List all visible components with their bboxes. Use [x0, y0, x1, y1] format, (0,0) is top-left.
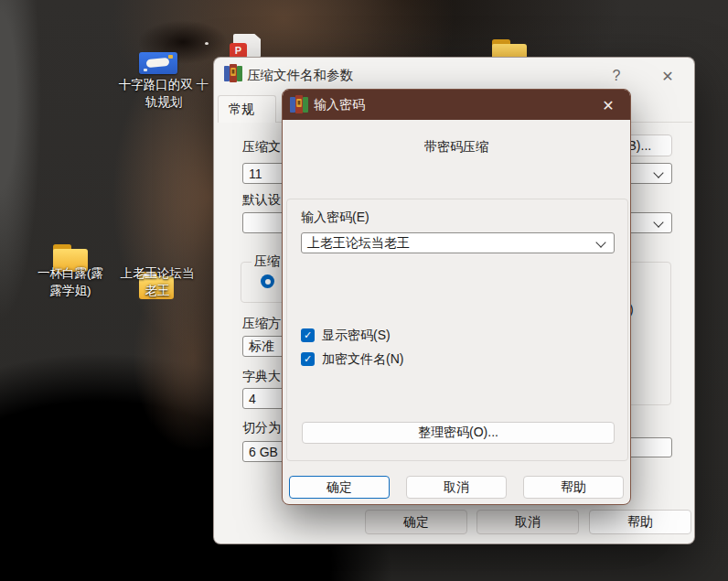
close-icon[interactable]: ✕ [594, 93, 623, 117]
thumbnail-cloud-shape [146, 58, 170, 69]
show-password-label[interactable]: 显示密码(S) [322, 328, 391, 344]
close-icon[interactable]: ✕ [654, 65, 681, 87]
winrar-icon [224, 64, 242, 82]
password-dialog-titlebar: 输入密码 ✕ [283, 90, 630, 120]
chevron-down-icon[interactable] [653, 217, 663, 227]
desktop-wallpaper: 十字路口的双 十 轨规划 P 一杯白露(露 露学姐) 上老王论坛当 老王 [0, 0, 728, 581]
encrypt-filenames-label[interactable]: 加密文件名(N) [322, 351, 403, 368]
desktop-icon-presentation[interactable] [139, 52, 177, 74]
format-radio-selected[interactable] [261, 274, 274, 288]
help-button[interactable]: 帮助 [589, 510, 691, 534]
help-icon[interactable]: ? [605, 65, 628, 87]
password-groupbox: 输入密码(E) 上老王论坛当老王 ✓ 显示密码(S) ✓ 加密文件名(N) 整理… [286, 199, 628, 461]
split-size-value: 6 GB [249, 445, 278, 459]
folder-body-shape [492, 44, 527, 57]
desktop-icon-label: 十字路口的双 十 轨规划 [99, 77, 229, 111]
label-line: 轨规划 [99, 94, 229, 112]
chevron-down-icon[interactable] [653, 167, 663, 178]
password-heading: 带密码压缩 [283, 139, 630, 156]
label-line: 十字路口的双 十 [99, 77, 229, 94]
presentation-thumbnail-icon [139, 52, 177, 74]
wallpaper-eye-glint [205, 42, 209, 45]
thumbnail-dot [168, 55, 173, 59]
groupbox-legend: 压缩 [252, 253, 283, 270]
help-button[interactable]: 帮助 [523, 476, 624, 499]
winrar-icon [290, 95, 308, 113]
organize-passwords-button[interactable]: 整理密码(O)... [302, 422, 615, 444]
password-input[interactable]: 上老王论坛当老王 [301, 232, 615, 253]
method-value: 标准 [249, 339, 274, 355]
default-profile-label: 默认设 [242, 192, 281, 209]
chevron-down-icon[interactable] [595, 237, 605, 247]
dialog-title: 压缩文件名和参数 [247, 67, 353, 84]
desktop-icon-folder-top[interactable] [492, 39, 527, 57]
cancel-button[interactable]: 取消 [406, 476, 507, 499]
split-volumes-label: 切分为 [242, 420, 281, 436]
ok-button[interactable]: 确定 [365, 510, 467, 534]
ok-button[interactable]: 确定 [289, 476, 390, 499]
archive-name-label: 压缩文 [242, 139, 281, 156]
archive-name-value: 11 [249, 167, 262, 181]
encrypt-filenames-checkbox[interactable]: ✓ [301, 352, 315, 366]
dictionary-size-label: 字典大 [242, 369, 281, 385]
enter-password-dialog: 输入密码 ✕ 带密码压缩 输入密码(E) 上老王论坛当老王 ✓ 显示密码(S) … [282, 89, 631, 505]
tab-general[interactable]: 常规 [218, 95, 276, 123]
thumbnail-dot [144, 69, 147, 71]
dialog-title: 输入密码 [314, 97, 365, 113]
label-line: 上老王论坛当 [102, 265, 212, 283]
show-password-checkbox[interactable]: ✓ [301, 328, 315, 342]
cancel-button[interactable]: 取消 [476, 510, 579, 534]
desktop-icon-label: 上老王论坛当 老王 [102, 265, 212, 299]
password-field-label: 输入密码(E) [301, 210, 369, 226]
password-value: 上老王论坛当老王 [307, 235, 410, 252]
desktop-icon-pdf[interactable]: P [230, 34, 261, 57]
label-line: 老王 [102, 283, 212, 300]
compression-method-label: 压缩方 [242, 316, 281, 332]
dictionary-value: 4 [249, 392, 256, 406]
